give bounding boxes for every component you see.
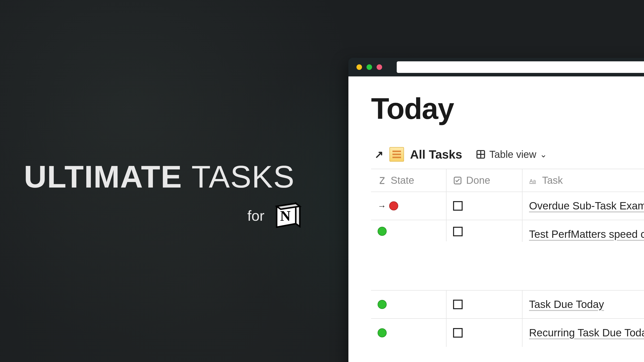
view-mode-label: Table view (489, 149, 536, 160)
cell-state (371, 319, 447, 347)
cell-done (447, 220, 522, 242)
traffic-light-green-icon[interactable] (367, 64, 372, 70)
cell-state (371, 220, 447, 241)
cell-task: Recurring Task Due Toda (522, 319, 644, 347)
text-icon: Aa (529, 176, 538, 185)
chevron-down-icon: ⌄ (540, 149, 547, 159)
notion-logo-icon: N (273, 201, 302, 230)
database-view-header: ↗ All Tasks Table view ⌄ (371, 147, 644, 162)
cell-done (447, 319, 522, 347)
task-title[interactable]: Overdue Sub-Task Exam (529, 198, 644, 214)
state-dot-green-icon (378, 328, 387, 337)
promo-block: ULTIMATE TASKS for N (24, 161, 304, 230)
done-checkbox[interactable] (453, 300, 463, 309)
cell-done (447, 192, 522, 220)
checkbox-icon (453, 176, 462, 185)
table-icon (476, 149, 486, 159)
view-switcher[interactable]: Table view ⌄ (476, 149, 547, 160)
svg-text:N: N (280, 208, 291, 224)
column-header-task[interactable]: Aa Task (522, 169, 644, 192)
formula-icon (378, 176, 387, 185)
column-header-state[interactable]: State (371, 169, 447, 192)
cell-task: Task Due Today (522, 291, 644, 318)
column-header-done-label: Done (466, 175, 490, 186)
task-title[interactable]: Test PerfMatters speed changes (529, 227, 644, 242)
address-bar[interactable] (397, 61, 644, 73)
svg-text:Aa: Aa (530, 178, 536, 184)
database-name[interactable]: All Tasks (410, 148, 462, 161)
task-title[interactable]: Task Due Today (529, 297, 604, 312)
tasks-table: State Done Aa Task → (371, 169, 644, 347)
scroll-icon (389, 147, 404, 162)
table-row[interactable]: Test PerfMatters speed changes (371, 220, 644, 291)
state-dot-red-icon (389, 201, 398, 210)
promo-for-label: for (247, 207, 264, 224)
task-title[interactable]: Recurring Task Due Toda (529, 325, 644, 341)
cell-task: Overdue Sub-Task Exam (522, 192, 644, 220)
column-header-state-label: State (391, 175, 414, 186)
table-header-row: State Done Aa Task (371, 169, 644, 192)
column-header-done[interactable]: Done (447, 169, 522, 192)
column-header-task-label: Task (542, 175, 563, 186)
window-titlebar (348, 58, 644, 76)
state-dot-green-icon (378, 227, 387, 236)
traffic-light-yellow-icon[interactable] (356, 64, 362, 70)
table-row[interactable]: Task Due Today (371, 291, 644, 319)
done-checkbox[interactable] (453, 227, 463, 236)
table-row[interactable]: Recurring Task Due Toda (371, 319, 644, 347)
app-window: Today ↗ All Tasks Table view ⌄ State Don… (348, 58, 644, 362)
traffic-light-pink-icon[interactable] (377, 64, 382, 70)
promo-subline: for N (24, 201, 304, 230)
promo-title-light: TASKS (191, 159, 295, 194)
promo-title-bold: ULTIMATE (24, 159, 182, 194)
subtask-arrow-icon: → (378, 201, 386, 211)
cell-state: → (371, 192, 447, 220)
cell-done (447, 291, 522, 318)
promo-title: ULTIMATE TASKS (24, 161, 304, 192)
open-as-page-icon[interactable]: ↗ (375, 148, 383, 161)
table-row[interactable]: → Overdue Sub-Task Exam (371, 192, 644, 220)
page-title: Today (371, 92, 644, 126)
cell-state (371, 291, 447, 318)
done-checkbox[interactable] (453, 201, 463, 211)
cell-task: Test PerfMatters speed changes (522, 220, 644, 248)
notion-page: Today ↗ All Tasks Table view ⌄ State Don… (348, 76, 644, 362)
done-checkbox[interactable] (453, 328, 463, 338)
state-dot-green-icon (378, 300, 387, 309)
